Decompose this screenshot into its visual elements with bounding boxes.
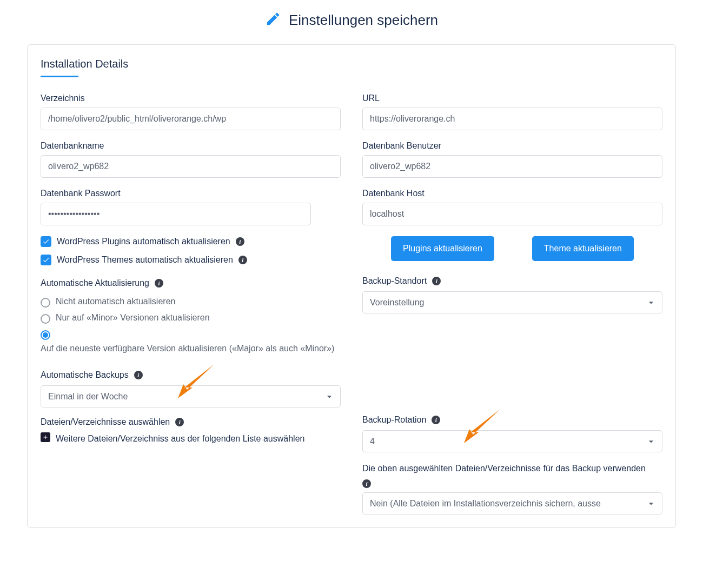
auto-backup-select[interactable]: Einmal in der Woche — [41, 385, 341, 407]
dbpass-label: Datenbank Passwort — [41, 189, 341, 198]
dbuser-field: Datenbank Benutzer — [362, 141, 662, 178]
info-icon[interactable]: i — [236, 237, 244, 246]
files-add-label: Weitere Dateien/Verzeichniss aus der fol… — [56, 432, 304, 445]
auto-update-label: Automatische Aktualisierung — [41, 278, 149, 288]
update-theme-button[interactable]: Theme aktualisieren — [532, 236, 634, 261]
info-icon[interactable]: i — [432, 416, 440, 424]
auto-backup-label: Automatische Backups — [41, 370, 129, 380]
radio-icon-selected — [41, 330, 50, 340]
radio-icon — [41, 298, 50, 308]
dbuser-input[interactable] — [362, 155, 662, 178]
directory-field: Verzeichnis — [41, 93, 341, 130]
use-selected-label: Die oben ausgewählten Dateien/Verzeichni… — [362, 462, 662, 475]
section-title: Installation Details — [41, 58, 662, 77]
auto-themes-checkbox-row: WordPress Themes automatisch aktualisier… — [41, 255, 341, 265]
auto-update-label-row: Automatische Aktualisierung i — [41, 278, 341, 288]
url-input[interactable] — [362, 108, 662, 130]
directory-label: Verzeichnis — [41, 93, 341, 103]
dbhost-field: Datenbank Host — [362, 189, 662, 225]
dbhost-input[interactable] — [362, 203, 662, 225]
auto-themes-checkbox[interactable] — [41, 255, 51, 265]
pencil-icon — [265, 11, 281, 29]
auto-update-major-label: Auf die neueste verfügbare Version aktua… — [41, 342, 334, 355]
use-selected-select[interactable]: Nein (Alle Dateien im Installationsverze… — [362, 492, 662, 514]
dbpass-input[interactable] — [41, 203, 311, 225]
dbuser-label: Datenbank Benutzer — [362, 141, 662, 151]
auto-themes-label: WordPress Themes automatisch aktualisier… — [57, 255, 233, 265]
dbname-input[interactable] — [41, 155, 341, 178]
url-label: URL — [362, 93, 662, 103]
auto-plugins-checkbox-row: WordPress Plugins automatisch aktualisie… — [41, 236, 341, 247]
plus-icon — [41, 432, 50, 442]
update-buttons-row: Plugins aktualisieren Theme aktualisiere… — [362, 236, 662, 261]
files-select-label-row: Dateien/Verzeichnisse auswählen i — [41, 417, 341, 427]
page-header: Einstellungen speichern — [27, 11, 676, 29]
info-icon[interactable]: i — [238, 256, 247, 264]
installation-details-panel: Installation Details Verzeichnis Datenba… — [27, 44, 676, 528]
backup-rotation-label: Backup-Rotation — [362, 415, 426, 425]
auto-update-none-row[interactable]: Nicht automatisch aktualisieren — [41, 297, 341, 308]
backup-rotation-label-row: Backup-Rotation i — [362, 415, 662, 425]
url-field: URL — [362, 93, 662, 130]
radio-icon — [41, 314, 50, 324]
dbhost-label: Datenbank Host — [362, 189, 662, 198]
auto-backup-label-row: Automatische Backups i — [41, 370, 341, 380]
dbpass-field: Datenbank Passwort — [41, 189, 341, 225]
info-icon[interactable]: i — [155, 279, 163, 288]
auto-update-major-row[interactable]: Auf die neueste verfügbare Version aktua… — [41, 329, 341, 355]
backup-location-select[interactable]: Voreinstellung — [362, 291, 662, 313]
page-title: Einstellungen speichern — [289, 12, 438, 29]
auto-plugins-label: WordPress Plugins automatisch aktualisie… — [57, 237, 230, 246]
auto-update-minor-row[interactable]: Nur auf «Minor» Versionen aktualisieren — [41, 313, 341, 324]
backup-location-label: Backup-Standort — [362, 276, 427, 286]
update-plugins-button[interactable]: Plugins aktualisieren — [391, 236, 494, 261]
auto-update-none-label: Nicht automatisch aktualisieren — [56, 297, 175, 306]
dbname-field: Datenbankname — [41, 141, 341, 178]
auto-plugins-checkbox[interactable] — [41, 236, 51, 247]
files-add-row[interactable]: Weitere Dateien/Verzeichniss aus der fol… — [41, 432, 341, 445]
files-select-label: Dateien/Verzeichnisse auswählen — [41, 417, 170, 427]
info-icon[interactable]: i — [432, 277, 441, 285]
auto-update-minor-label: Nur auf «Minor» Versionen aktualisieren — [56, 313, 210, 323]
backup-rotation-select[interactable]: 4 — [362, 430, 662, 452]
directory-input[interactable] — [41, 108, 341, 130]
backup-location-label-row: Backup-Standort i — [362, 276, 662, 286]
auto-update-radio-group: Nicht automatisch aktualisieren Nur auf … — [41, 297, 341, 360]
info-icon[interactable]: i — [134, 371, 143, 379]
info-icon[interactable]: i — [175, 418, 184, 426]
dbname-label: Datenbankname — [41, 141, 341, 151]
info-icon[interactable]: i — [362, 479, 371, 488]
